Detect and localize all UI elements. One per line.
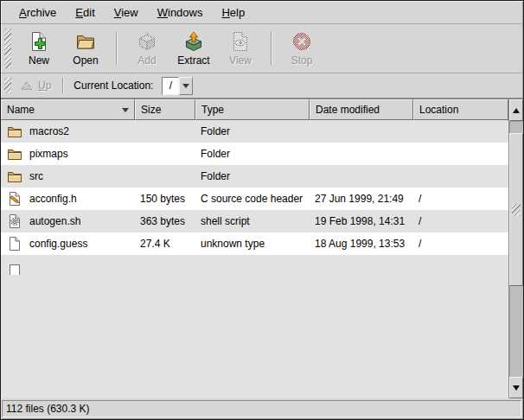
- table-row[interactable]: acconfig.h 150 bytes C source code heade…: [1, 188, 508, 210]
- table-row[interactable]: pixmaps Folder: [1, 143, 508, 165]
- vertical-scrollbar: [508, 99, 523, 398]
- archive-manager-window: Archive Edit View Windows Help New Open …: [0, 0, 524, 420]
- table-header: Name Size Type Date modified Location: [1, 99, 508, 120]
- file-date-modified: 27 Jun 1999, 21:49: [310, 193, 413, 205]
- folder-icon: [7, 147, 22, 161]
- stop-icon: [291, 31, 312, 52]
- file-name: autogen.sh: [29, 215, 80, 227]
- file-name: pixmaps: [29, 148, 68, 160]
- column-header-location[interactable]: Location: [413, 99, 508, 120]
- up-icon: [21, 80, 33, 91]
- file-type: Folder: [195, 125, 310, 137]
- toolbar-separator: [116, 32, 117, 65]
- column-header-date-modified[interactable]: Date modified: [310, 99, 413, 120]
- file-location: /: [413, 193, 508, 205]
- location-dropdown-button[interactable]: [179, 77, 193, 95]
- column-header-size[interactable]: Size: [135, 99, 195, 120]
- file-size: 363 bytes: [135, 215, 195, 227]
- toolbar-drag-handle[interactable]: [4, 29, 11, 68]
- open-button[interactable]: Open: [62, 27, 109, 70]
- scrollbar-trough[interactable]: [509, 121, 523, 377]
- new-archive-icon: [29, 31, 49, 52]
- column-header-name[interactable]: Name: [1, 99, 135, 120]
- file-location: /: [413, 215, 508, 227]
- file-name: src: [29, 170, 43, 182]
- file-date-modified: 19 Feb 1998, 14:31: [310, 215, 413, 227]
- toolbar: New Open Add Extract View Stop: [1, 24, 523, 73]
- location-combo: /: [162, 77, 193, 95]
- table-row[interactable]: autogen.sh 363 bytes shell script 19 Feb…: [1, 210, 508, 232]
- file-type: unknown type: [195, 238, 310, 250]
- menubar: Archive Edit View Windows Help: [1, 1, 523, 24]
- location-input[interactable]: /: [162, 77, 179, 95]
- file-type: Folder: [195, 170, 310, 182]
- extract-icon: [183, 31, 204, 52]
- location-bar-drag-handle[interactable]: [4, 78, 11, 93]
- file-list-area: Name Size Type Date modified Location ma…: [1, 99, 523, 398]
- folder-icon: [7, 169, 22, 183]
- menu-view[interactable]: View: [105, 3, 148, 22]
- file-name: config.guess: [29, 238, 87, 250]
- column-header-type[interactable]: Type: [195, 99, 310, 120]
- c-header-icon: [7, 192, 22, 206]
- location-bar: Up Current Location: /: [1, 73, 523, 99]
- partial-row[interactable]: [1, 259, 508, 398]
- file-date-modified: 18 Aug 1999, 13:53: [310, 238, 413, 250]
- file-table: Name Size Type Date modified Location ma…: [1, 99, 508, 398]
- location-bar-separator: [62, 78, 63, 93]
- file-location: /: [413, 238, 508, 250]
- extract-button[interactable]: Extract: [170, 27, 217, 70]
- status-text: 112 files (630.3 K): [6, 403, 90, 415]
- file-size: 150 bytes: [135, 193, 195, 205]
- menu-help[interactable]: Help: [212, 3, 254, 22]
- file-type: Folder: [195, 148, 310, 160]
- table-body: macros2 Folder pixmaps Folder src Folder…: [1, 120, 508, 259]
- menu-windows[interactable]: Windows: [148, 3, 213, 22]
- folder-icon: [7, 124, 22, 138]
- new-button[interactable]: New: [16, 27, 62, 70]
- document-icon: [10, 264, 20, 275]
- file-type: shell script: [195, 215, 310, 227]
- chevron-down-icon: [182, 84, 189, 88]
- scroll-up-button[interactable]: [509, 99, 523, 121]
- file-size: 27.4 K: [135, 238, 195, 250]
- stop-button[interactable]: Stop: [278, 27, 325, 70]
- file-name: macros2: [29, 125, 69, 137]
- file-name: acconfig.h: [29, 193, 77, 205]
- table-row[interactable]: config.guess 27.4 K unknown type 18 Aug …: [1, 232, 508, 255]
- current-location-label: Current Location:: [73, 80, 153, 92]
- script-icon: [7, 214, 22, 228]
- table-row[interactable]: macros2 Folder: [1, 120, 508, 143]
- view-button[interactable]: View: [217, 27, 264, 70]
- status-frame: 112 files (630.3 K): [2, 400, 521, 417]
- up-button[interactable]: Up: [16, 78, 56, 93]
- add-files-icon: [137, 31, 157, 52]
- toolbar-separator: [271, 32, 272, 65]
- arrow-up-icon: [513, 108, 520, 113]
- view-file-icon: [230, 31, 251, 52]
- file-type: C source code header: [195, 193, 310, 205]
- scroll-down-button[interactable]: [509, 377, 523, 398]
- menu-archive[interactable]: Archive: [10, 3, 66, 22]
- open-archive-icon: [75, 31, 96, 52]
- sort-indicator-icon: [122, 108, 129, 112]
- status-bar: 112 files (630.3 K): [1, 398, 523, 419]
- table-row[interactable]: src Folder: [1, 165, 508, 188]
- scrollbar-thumb[interactable]: [509, 133, 523, 286]
- menu-edit[interactable]: Edit: [66, 3, 104, 22]
- document-icon: [7, 237, 22, 251]
- arrow-down-icon: [513, 385, 520, 391]
- add-button[interactable]: Add: [124, 27, 170, 70]
